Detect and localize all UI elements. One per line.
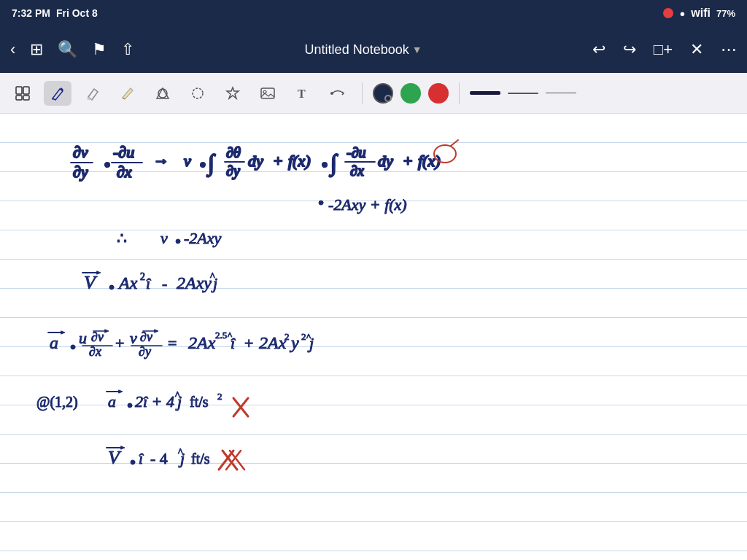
svg-marker-7 bbox=[227, 88, 239, 98]
svg-text:dy: dy bbox=[248, 152, 263, 170]
svg-text:a: a bbox=[108, 392, 116, 411]
toolbar-center: Untitled Notebook ▼ bbox=[142, 42, 585, 58]
svg-marker-46 bbox=[97, 271, 101, 274]
svg-text:-: - bbox=[162, 274, 167, 292]
pen-tool-button[interactable] bbox=[44, 81, 71, 106]
svg-line-105 bbox=[222, 451, 237, 470]
close-button[interactable]: ✕ bbox=[686, 37, 708, 62]
svg-rect-0 bbox=[16, 87, 22, 94]
notebook-area[interactable]: ∂v ∂y -∂u ∂x → v ∫ ∂θ ∂y dy bbox=[0, 114, 747, 560]
more-options-button[interactable]: ⋯ bbox=[716, 37, 741, 62]
svg-text:2: 2 bbox=[217, 391, 222, 402]
svg-marker-71 bbox=[155, 330, 158, 332]
svg-text:∂y: ∂y bbox=[139, 344, 151, 359]
svg-text:+: + bbox=[115, 334, 124, 352]
svg-point-21 bbox=[201, 163, 205, 167]
svg-text:f(x): f(x) bbox=[418, 152, 441, 170]
svg-point-88 bbox=[128, 403, 132, 408]
svg-text:ft/s: ft/s bbox=[190, 394, 209, 410]
svg-text:î: î bbox=[231, 334, 236, 352]
line-thick-option[interactable] bbox=[470, 91, 500, 95]
svg-rect-3 bbox=[23, 96, 29, 100]
bookmark-button[interactable]: ⚑ bbox=[88, 37, 111, 62]
svg-marker-57 bbox=[61, 331, 65, 334]
connector-tool-button[interactable] bbox=[324, 81, 352, 106]
color-swatch-green[interactable] bbox=[400, 83, 421, 104]
date-display: Fri Oct 8 bbox=[56, 7, 98, 19]
svg-point-38 bbox=[319, 201, 323, 205]
svg-text:T: T bbox=[298, 88, 306, 100]
svg-marker-98 bbox=[121, 446, 125, 449]
svg-text:2: 2 bbox=[285, 331, 290, 342]
redo-button[interactable]: ↪ bbox=[619, 37, 640, 62]
notebook-title: Untitled Notebook bbox=[305, 42, 409, 58]
lasso-tool-button[interactable] bbox=[184, 81, 212, 106]
favorites-tool-button[interactable] bbox=[219, 81, 247, 106]
svg-text:+: + bbox=[274, 152, 282, 170]
search-button[interactable]: 🔍 bbox=[53, 37, 82, 62]
svg-text:dy: dy bbox=[378, 152, 393, 170]
status-right: ● wifi 77% bbox=[663, 7, 735, 20]
wifi-icon: wifi bbox=[691, 7, 711, 20]
highlighter-tool-button[interactable] bbox=[114, 81, 142, 106]
svg-text:+: + bbox=[244, 334, 253, 352]
svg-text:- 4: - 4 bbox=[150, 449, 168, 467]
svg-marker-64 bbox=[105, 330, 109, 332]
color-swatch-dark-blue[interactable] bbox=[373, 83, 393, 104]
svg-text:∂x: ∂x bbox=[89, 344, 101, 359]
svg-line-107 bbox=[230, 451, 244, 470]
battery-display: 77% bbox=[716, 8, 735, 19]
grid-view-button[interactable]: ⊞ bbox=[26, 37, 47, 62]
svg-text:∫: ∫ bbox=[206, 149, 216, 177]
line-thin-option[interactable] bbox=[546, 93, 576, 93]
svg-text:=: = bbox=[168, 334, 177, 352]
svg-text:2Ax: 2Ax bbox=[259, 333, 287, 352]
shape-tool-button[interactable] bbox=[149, 81, 177, 106]
back-button[interactable]: ‹ bbox=[6, 37, 20, 62]
svg-text:î: î bbox=[146, 274, 152, 292]
toolbar-right: ↩ ↪ □+ ✕ ⋯ bbox=[588, 37, 741, 62]
svg-text:2: 2 bbox=[140, 271, 145, 282]
svg-text:v: v bbox=[130, 329, 137, 347]
status-bar: 7:32 PM Fri Oct 8 ● wifi 77% bbox=[0, 0, 747, 26]
svg-text:Ax: Ax bbox=[117, 273, 138, 292]
svg-rect-8 bbox=[261, 88, 274, 98]
text-tool-button[interactable]: T bbox=[289, 81, 317, 106]
svg-text:f(x): f(x) bbox=[288, 152, 311, 170]
svg-point-11 bbox=[330, 92, 333, 95]
handwriting-canvas: ∂v ∂y -∂u ∂x → v ∫ ∂θ ∂y dy bbox=[0, 114, 747, 560]
undo-button[interactable]: ↩ bbox=[588, 37, 610, 62]
svg-point-42 bbox=[176, 239, 180, 244]
svg-text:∂v: ∂v bbox=[73, 143, 88, 161]
svg-text:@(1,2): @(1,2) bbox=[36, 394, 78, 411]
svg-text:V: V bbox=[108, 447, 122, 468]
eraser-tool-button[interactable] bbox=[79, 81, 107, 106]
add-page-button[interactable]: □+ bbox=[649, 37, 677, 62]
svg-text:-∂u: -∂u bbox=[347, 144, 366, 160]
svg-text:-2Axy: -2Axy bbox=[184, 229, 222, 247]
line-medium-option[interactable] bbox=[508, 93, 538, 94]
svg-text:2: 2 bbox=[301, 331, 306, 342]
share-button[interactable]: ⇧ bbox=[117, 37, 139, 62]
svg-point-58 bbox=[71, 345, 75, 349]
toolbar-separator-1 bbox=[362, 82, 363, 104]
svg-text:y: y bbox=[290, 333, 299, 352]
svg-point-6 bbox=[193, 88, 203, 98]
svg-text:∂v: ∂v bbox=[140, 330, 152, 344]
svg-text:v: v bbox=[160, 229, 168, 247]
svg-point-99 bbox=[131, 460, 135, 464]
image-tool-button[interactable] bbox=[254, 81, 282, 106]
pages-tool-button[interactable] bbox=[9, 81, 36, 106]
toolbar-left: ‹ ⊞ 🔍 ⚑ ⇧ bbox=[6, 37, 139, 62]
svg-text:∂x: ∂x bbox=[350, 163, 364, 179]
svg-text:2.5: 2.5 bbox=[215, 330, 227, 341]
svg-text:2Axy: 2Axy bbox=[177, 273, 212, 292]
main-toolbar: ‹ ⊞ 🔍 ⚑ ⇧ Untitled Notebook ▼ ↩ ↪ □+ ✕ ⋯ bbox=[0, 26, 747, 73]
svg-text:∴: ∴ bbox=[117, 229, 127, 247]
color-swatch-red[interactable] bbox=[428, 83, 449, 104]
svg-text:∫: ∫ bbox=[329, 149, 338, 177]
title-dropdown-icon[interactable]: ▼ bbox=[412, 44, 422, 55]
status-left: 7:32 PM Fri Oct 8 bbox=[12, 7, 98, 19]
time-display: 7:32 PM bbox=[12, 7, 50, 19]
svg-text:∂y: ∂y bbox=[73, 163, 88, 181]
